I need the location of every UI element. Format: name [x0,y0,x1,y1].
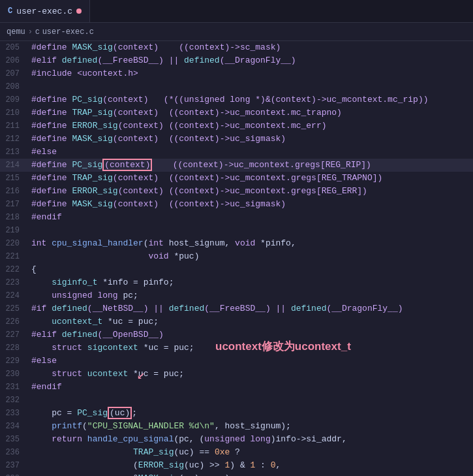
code-line: 212 #define MASK_sig(context) ((context)… [0,133,473,146]
code-line: 222 { [0,263,473,276]
tab-item-user-exec[interactable]: C user-exec.c [0,0,90,22]
breadcrumb-c-icon: C [35,28,40,36]
code-line: 238 &MASK_sig(uc), puc); [0,472,473,476]
code-line-214: 214 #define PC_sig(context) ((context)->… [0,159,473,172]
code-line: 207 #include <ucontext.h> [0,67,473,80]
breadcrumb-qemu: qemu [7,27,25,37]
code-line: 224 unsigned long pc; [0,289,473,302]
code-line: 210 #define TRAP_sig(context) ((context)… [0,106,473,119]
code-line-230: 230 struct ucontext *uc = puc; ↙ [0,368,473,381]
code-line: 216 #define ERROR_sig(context) ((context… [0,185,473,198]
code-line: 218 #endif [0,211,473,224]
code-line: 209 #define PC_sig(context) (*((unsigned… [0,93,473,106]
code-line: 220 int cpu_signal_handler(int host_sign… [0,237,473,250]
tab-filename: user-exec.c [16,7,72,16]
code-line: 226 ucontext_t *uc = puc; [0,315,473,328]
code-line: 225 #if defined(__NetBSD__) || defined(_… [0,302,473,315]
annotation-text: ucontext修改为ucontext_t [215,340,351,353]
annotation-arrow: ↙ [137,369,145,382]
tab-modified-dot [76,8,82,14]
code-line: 229 #else [0,355,473,368]
code-line: 236 TRAP_sig(uc) == 0xe ? [0,446,473,459]
code-line: 213 #else [0,146,473,159]
code-line-233: 233 pc = PC_sig(uc); [0,407,473,420]
code-line-228: 228 struct sigcontext *uc = puc; ucontex… [0,341,473,355]
code-line: 215 #define TRAP_sig(context) ((context)… [0,172,473,185]
code-line: 205 #define MASK_sig(context) ((context)… [0,41,473,54]
code-line: 206 #elif defined(__FreeBSD__) || define… [0,54,473,67]
code-line: 227 #elif defined(__OpenBSD__) [0,328,473,341]
breadcrumb-file: user-exec.c [42,27,94,37]
code-line: 219 [0,224,473,237]
c-language-icon: C [8,7,12,16]
code-line: 231 #endif [0,381,473,394]
breadcrumb-sep1: › [28,27,33,37]
breadcrumb: qemu › C user-exec.c [0,23,473,41]
code-line: 223 siginfo_t *info = pinfo; [0,276,473,289]
code-line: 217 #define MASK_sig(context) ((context)… [0,198,473,211]
code-line: 211 #define ERROR_sig(context) ((context… [0,119,473,133]
code-line: 235 return handle_cpu_signal(pc, (unsign… [0,433,473,446]
code-line: 234 printf("CPU_SIGNAL_HANDLER %d\n", ho… [0,420,473,433]
code-line: 237 (ERROR_sig(uc) >> 1) & 1 : 0, [0,459,473,472]
code-area: 205 #define MASK_sig(context) ((context)… [0,41,473,476]
code-line: 221 void *puc) [0,250,473,263]
code-line: 232 [0,394,473,407]
tab-bar: C user-exec.c [0,0,473,23]
code-line: 208 [0,80,473,93]
